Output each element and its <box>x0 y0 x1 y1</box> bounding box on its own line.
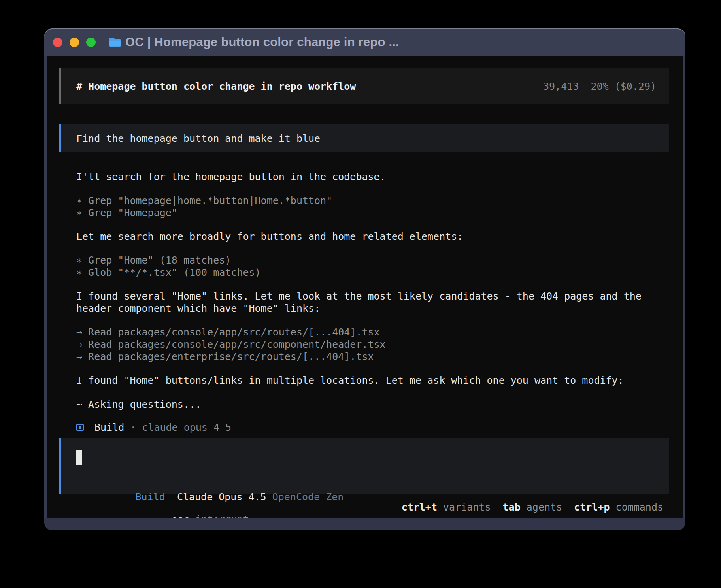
terminal-content: # Homepage button color change in repo w… <box>47 56 683 520</box>
tool-call-read: → Read packages/console/app/src/routes/[… <box>76 326 380 338</box>
tool-call-grep: ∗ Grep "Homepage" <box>76 207 177 219</box>
gap <box>610 501 616 513</box>
close-button[interactable] <box>53 38 62 47</box>
hint-label-commands: commands <box>616 501 663 513</box>
agent-name: Build <box>94 421 124 433</box>
window-titlebar[interactable]: OC | Homepage button color change in rep… <box>44 28 685 56</box>
status-bar: ········· esc interrupt ctrl+t variants … <box>64 501 663 513</box>
assistant-text-line: I found "Home" buttons/links in multiple… <box>76 374 624 386</box>
gap <box>491 501 502 513</box>
gap <box>521 501 527 513</box>
window-bottom-bar <box>44 518 685 530</box>
tool-call-grep: ∗ Grep "Home" (18 matches) <box>76 254 231 266</box>
build-agent-icon-dot <box>79 426 81 429</box>
minimize-button[interactable] <box>70 38 79 47</box>
assistant-status-line: ~ Asking questions... <box>76 398 201 411</box>
session-stats: 39,413 20% ($0.29) <box>543 81 656 92</box>
tool-call-read: → Read packages/console/app/src/componen… <box>76 338 386 351</box>
zoom-button[interactable] <box>86 38 96 47</box>
tool-call-glob: ∗ Glob "**/*.tsx" (100 matches) <box>76 266 261 279</box>
traffic-lights <box>53 38 96 47</box>
build-agent-icon <box>76 424 84 431</box>
session-title: # Homepage button color change in repo w… <box>76 81 356 92</box>
text-cursor <box>76 450 82 465</box>
agent-status-row: Build · claude-opus-4-5 <box>76 421 231 433</box>
terminal-window: OC | Homepage button color change in rep… <box>44 28 685 530</box>
window-title: OC | Homepage button color change in rep… <box>125 35 399 49</box>
desktop: OC | Homepage button color change in rep… <box>0 0 721 588</box>
hint-key-ctrl-p: ctrl+p <box>574 501 610 513</box>
tool-call-grep: ∗ Grep "homepage|home.*button|Home.*butt… <box>76 194 332 207</box>
user-message-text: Find the homepage button and make it blu… <box>76 133 320 144</box>
user-message-block: Find the homepage button and make it blu… <box>59 124 669 152</box>
status-right: ctrl+t variants tab agents ctrl+p comman… <box>402 501 663 513</box>
prompt-input[interactable]: Build Claude Opus 4.5 OpenCode Zen <box>59 438 669 494</box>
assistant-text-line: Let me search more broadly for buttons a… <box>76 230 463 243</box>
assistant-text-line: I'll search for the homepage button in t… <box>76 171 386 183</box>
gap <box>562 501 574 513</box>
assistant-text-paragraph: I found several "Home" links. Let me loo… <box>76 290 673 315</box>
hint-key-tab: tab <box>503 501 521 513</box>
tool-call-read: → Read packages/enterprise/src/routes/[.… <box>76 351 374 363</box>
folder-icon <box>108 37 122 48</box>
agent-model-id: claude-opus-4-5 <box>142 421 231 433</box>
gap <box>437 501 443 513</box>
agent-separator: · <box>130 421 136 433</box>
session-header: # Homepage button color change in repo w… <box>59 68 669 104</box>
hint-label-agents: agents <box>527 501 562 513</box>
hint-label-variants: variants <box>443 501 491 513</box>
hint-key-ctrl-t: ctrl+t <box>402 501 437 513</box>
